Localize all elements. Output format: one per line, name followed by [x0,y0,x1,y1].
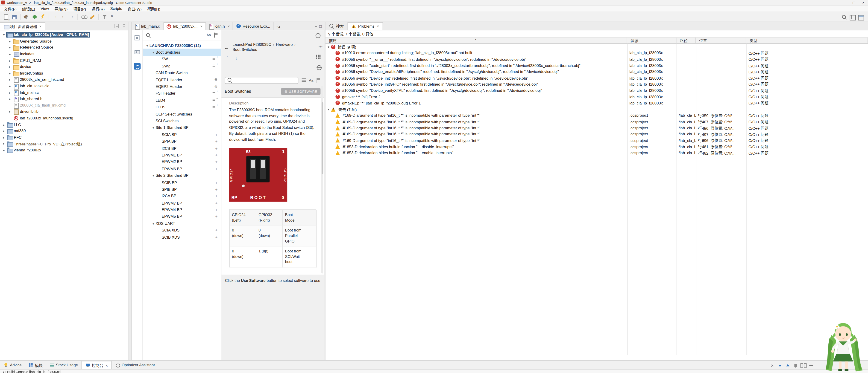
expander-icon[interactable]: ▸ [2,129,6,133]
lines-action-icon[interactable] [213,104,218,109]
minimize-button[interactable]: – [840,0,849,5]
back-arrow-icon[interactable]: ← [224,45,229,50]
device-view-icon[interactable] [134,34,140,41]
perspective-toolbar-icon[interactable] [857,13,864,20]
list-view-icon[interactable] [301,77,306,82]
tree-item[interactable]: ▸lab_cla_tasks.cla [0,83,128,89]
step-toolbar-icon[interactable] [52,13,59,20]
bottom-tab-控制台[interactable]: 控制台× [81,361,112,369]
problem-row[interactable]: #10056 symbol "Device_init" redefined: f… [326,75,868,81]
tree-item[interactable]: ▸28003x_cla_ram_lnk.cmd [0,76,128,83]
min-console-icon[interactable] [808,362,814,368]
flash-toolbar-icon[interactable] [40,13,46,20]
expander-icon[interactable]: ▸ [8,110,12,114]
syscfg-tree-item[interactable]: ▾Boot Switches [143,49,221,56]
pencil-toolbar-icon[interactable] [89,13,96,20]
problem-row[interactable]: #169-D argument of type "int16_t *" is i… [326,131,868,137]
lines-action-icon[interactable] [213,98,218,103]
close-tab-icon[interactable]: × [227,24,230,28]
search-icon[interactable] [146,32,151,38]
lines-action-icon[interactable] [213,57,218,62]
view-tab-search[interactable]: 搜索 [326,22,348,30]
expander-icon[interactable]: ▸ [8,71,12,75]
scrollbar[interactable] [321,86,323,274]
expander-icon[interactable]: ▸ [8,84,12,88]
expander-icon[interactable]: ▸ [8,39,12,43]
syscfg-tree-item[interactable]: EPWM6 BP [143,165,221,172]
column-header[interactable]: 位置 [696,37,746,43]
tree-item[interactable]: ▸vienna_f28003x [0,147,128,153]
close-view-icon[interactable]: × [39,24,42,28]
expander-icon[interactable]: ▸ [2,142,6,146]
syscfg-tree-item[interactable]: SCIB XDS [143,234,221,241]
maximize-view-icon[interactable]: □ [319,24,321,28]
bottom-tab-advice[interactable]: Advice [0,361,25,369]
plus-action-icon[interactable] [215,180,218,184]
problem-row[interactable]: #10010 errors encountered during linking… [326,50,868,56]
new-toolbar-icon[interactable] [3,13,9,20]
editor-tab[interactable]: Resource Exp... [233,22,274,30]
use-software-button[interactable]: ⊕ USE SOFTWARE [281,88,320,95]
problem-row[interactable]: #1853-D declaration hides built-in funct… [326,150,868,156]
more-toolbar-icon[interactable] [110,13,116,20]
pin-console-icon[interactable] [793,362,799,368]
maximize-button[interactable]: □ [849,0,859,5]
tree-item[interactable]: ▸PFC [0,134,128,140]
board-view-icon[interactable] [134,48,140,55]
syscfg-tree-item[interactable]: FSI Header [143,90,221,97]
syscfg-tree-item[interactable]: SW2 [143,63,221,69]
syscfg-tree-item[interactable]: SPIB BP [143,186,221,193]
plus-action-icon[interactable] [215,153,218,157]
close-console-icon[interactable] [769,362,775,368]
filter-flag-icon[interactable] [214,33,218,38]
syscfg-tree-item[interactable]: ▾Site 2 Standard BP [143,172,221,179]
search-toolbar-icon[interactable] [841,13,847,20]
menu-item[interactable]: 编辑(E) [19,6,38,11]
problem-row[interactable]: #10056 symbol "Device_enableAllPeriphera… [326,69,868,75]
redo-toolbar-icon[interactable] [68,13,75,20]
tree-item[interactable]: lab_f28003x_launchpad.syscfg [0,115,128,121]
column-header[interactable]: 路径 [677,37,696,43]
problem-row[interactable]: gmake: *** [all] Error 2lab_cla_lp_f2800… [326,94,868,100]
lines-action-icon[interactable] [213,64,218,69]
tree-item[interactable]: ▸LLC [0,121,128,128]
problem-row[interactable]: #1853-D declaration hides built-in funct… [326,144,868,150]
expander-icon[interactable]: ▸ [8,52,12,56]
build-toolbar-icon[interactable] [23,13,30,20]
tree-item[interactable]: ▸Includes [0,50,128,57]
syscfg-tree-item[interactable]: ▾XDS UART [143,220,221,227]
expander-icon[interactable]: ▸ [2,135,6,139]
tree-item[interactable]: ▸driverlib.lib [0,108,128,115]
layout-toolbar-icon[interactable] [849,13,856,20]
code-view-icon[interactable]: </> [318,45,322,48]
menu-item[interactable]: 帮助(H) [145,6,163,11]
tree-item[interactable]: ▾lab_cla_lp_f28003x [Active - CPU1_RAM] [0,32,128,38]
expander-icon[interactable]: ▸ [8,45,12,49]
plus-action-icon[interactable] [215,215,218,218]
menu-item[interactable]: Scripts [107,7,125,10]
syscfg-tree-item[interactable]: CAN Route Switch [143,69,221,76]
syscfg-tree-item[interactable]: SW1 [143,56,221,63]
problem-row[interactable]: #169-D argument of type "int16_t *" is i… [326,118,868,125]
close-button[interactable]: × [859,0,868,5]
syscfg-tree-item[interactable]: ▾LAUNCHPAD F280039C (12) [143,42,221,49]
menu-item[interactable]: 导航(N) [52,6,70,11]
menu-item[interactable]: View [38,7,52,10]
lines-action-icon[interactable] [213,91,218,96]
expander-icon[interactable]: ▸ [8,91,12,94]
menu-item[interactable]: 窗口(W) [125,6,145,11]
syscfg-tree-item[interactable]: QEP Select Switches [143,110,221,117]
close-tab-icon[interactable]: × [200,24,203,28]
expander-icon[interactable]: ▸ [8,77,12,81]
plus-action-icon[interactable] [215,146,218,150]
down-console-icon[interactable] [777,362,783,368]
problem-row[interactable]: #10056 symbol "Device_initGPIO" redefine… [326,81,868,87]
split-console-icon[interactable] [800,362,806,368]
syscfg-tree-item[interactable]: EQEP2 Header [143,83,221,90]
editor-tab[interactable]: lab_f28003x...× [164,22,206,30]
tree-item[interactable]: ▸Referenced Source [0,44,128,51]
save-toolbar-icon[interactable] [11,13,18,20]
problem-row[interactable]: #169-D argument of type "int16_t *" is i… [326,125,868,131]
minimize-view-icon[interactable]: – [315,24,317,28]
info-icon[interactable] [316,33,321,38]
